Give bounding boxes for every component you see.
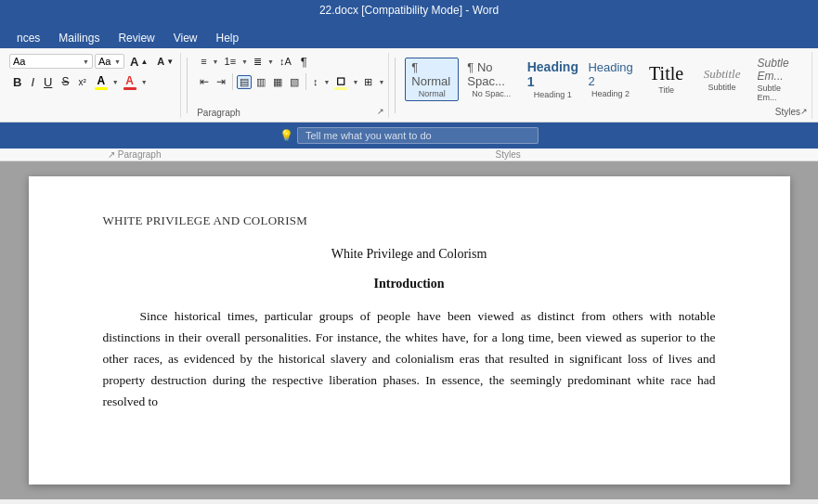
paragraph-expand-icon[interactable]: ↗ <box>377 107 384 116</box>
doc-heading-caps: WHITE PRIVILEGE AND COLORISM <box>103 213 716 228</box>
search-bar: 💡 <box>0 123 818 149</box>
italic-button[interactable]: I <box>27 73 38 91</box>
align-right-button[interactable]: ▦ <box>270 75 285 89</box>
style-subtle-em[interactable]: Subtle Em... Subtle Em... <box>751 54 808 105</box>
align-center-button[interactable]: ▥ <box>253 75 268 89</box>
style-subtitle[interactable]: Subtitle Subtitle <box>695 64 749 95</box>
style-normal[interactable]: ¶ Normal Normal <box>405 58 459 101</box>
styles-section-label: Styles <box>775 107 800 117</box>
shading-dropdown[interactable]: ▼ <box>352 79 358 85</box>
align-left-button[interactable]: ▤ <box>237 75 252 89</box>
tab-help[interactable]: Help <box>207 28 249 48</box>
shrink-font-button[interactable]: A ▼ <box>153 54 177 69</box>
search-input[interactable] <box>297 127 539 144</box>
doc-title-center: White Privilege and Colorism <box>103 247 716 262</box>
tab-view[interactable]: View <box>164 28 207 48</box>
shading-button[interactable]: ◻ <box>331 72 350 92</box>
title-bar-text: 22.docx [Compatibility Mode] - Word <box>319 4 499 17</box>
highlight-color-button[interactable]: A <box>92 72 110 92</box>
style-title[interactable]: Title Title <box>640 60 694 97</box>
numbering-button[interactable]: 1≡ <box>221 54 240 69</box>
ruler-row: ↗ Paragraph Styles <box>0 149 818 162</box>
style-heading1[interactable]: Heading 1 Heading 1 <box>524 57 582 102</box>
bullets-button[interactable]: ≡ <box>197 54 210 69</box>
tab-review[interactable]: Review <box>109 28 163 48</box>
tab-mailings[interactable]: Mailings <box>49 28 109 48</box>
ribbon-content: Aa ▼ Aa ▼ A ▲ A ▼ B I <box>0 48 818 123</box>
borders-dropdown[interactable]: ▼ <box>378 79 384 85</box>
font-name-dropdown-arrow: ▼ <box>83 58 89 65</box>
numbering-dropdown[interactable]: ▼ <box>241 58 248 65</box>
paragraph-marks-button[interactable]: ¶ <box>297 53 311 71</box>
font-section: Aa ▼ Aa ▼ A ▲ A ▼ B I <box>6 53 181 118</box>
underline-button[interactable]: U <box>40 73 56 91</box>
font-color-dropdown[interactable]: ▼ <box>141 79 148 85</box>
font-color-stripe <box>123 87 136 90</box>
justify-button[interactable]: ▧ <box>287 75 302 89</box>
line-spacing-dropdown[interactable]: ▼ <box>324 79 331 85</box>
bold-button[interactable]: B <box>9 73 25 91</box>
font-size-dropdown-arrow: ▼ <box>114 58 121 65</box>
grow-font-button[interactable]: A ▲ <box>126 53 151 71</box>
styles-expand-icon[interactable]: ↗ <box>800 107 808 117</box>
sort-button[interactable]: ↕A <box>276 54 295 69</box>
divider-1 <box>187 58 188 113</box>
paragraph-section-label: Paragraph <box>197 106 240 118</box>
highlight-stripe <box>95 87 108 90</box>
highlight-dropdown[interactable]: ▼ <box>112 79 119 85</box>
paragraph-expand-label: ↗ Paragraph <box>108 149 161 160</box>
doc-page: WHITE PRIVILEGE AND COLORISM White Privi… <box>29 176 790 485</box>
indent-decrease-button[interactable]: ⇤ <box>197 74 212 89</box>
multilevel-dropdown[interactable]: ▼ <box>267 58 274 65</box>
multilevel-button[interactable]: ≣ <box>250 54 266 70</box>
indent-increase-button[interactable]: ⇥ <box>214 74 228 89</box>
style-heading2[interactable]: Heading 2 Heading 2 <box>584 58 638 101</box>
doc-body: Since historical times, particular group… <box>103 306 716 413</box>
doc-container: WHITE PRIVILEGE AND COLORISM White Privi… <box>0 162 818 499</box>
tab-nces[interactable]: nces <box>7 28 49 48</box>
styles-label: Styles <box>495 149 520 160</box>
superscript-button[interactable]: x² <box>74 75 89 89</box>
bullets-dropdown[interactable]: ▼ <box>213 58 219 65</box>
styles-row: ¶ Normal Normal ¶ No Spac... No Spac... … <box>405 54 808 105</box>
line-spacing-button[interactable]: ↕ <box>309 74 322 89</box>
styles-section: ¶ Normal Normal ¶ No Spac... No Spac... … <box>401 52 812 119</box>
font-color-button[interactable]: A <box>121 72 139 92</box>
doc-body-paragraph: Since historical times, particular group… <box>103 306 716 413</box>
divider-2 <box>395 58 396 113</box>
search-lightbulb-icon: 💡 <box>279 129 293 142</box>
style-no-spacing[interactable]: ¶ No Spac... No Spac... <box>461 58 522 101</box>
paragraph-section: ≡ ▼ 1≡ ▼ ≣ ▼ ↕A ¶ ⇤ <box>193 53 389 118</box>
borders-button[interactable]: ⊞ <box>360 74 376 90</box>
font-name-combo[interactable]: Aa ▼ <box>9 54 93 69</box>
shading-stripe <box>334 87 347 90</box>
strikethrough-button[interactable]: S <box>58 73 72 90</box>
title-bar: 22.docx [Compatibility Mode] - Word <box>0 0 818 20</box>
ribbon-tabs: nces Mailings Review View Help <box>0 20 818 48</box>
doc-section-heading: Introduction <box>103 277 716 291</box>
font-size-combo[interactable]: Aa ▼ <box>95 54 124 69</box>
